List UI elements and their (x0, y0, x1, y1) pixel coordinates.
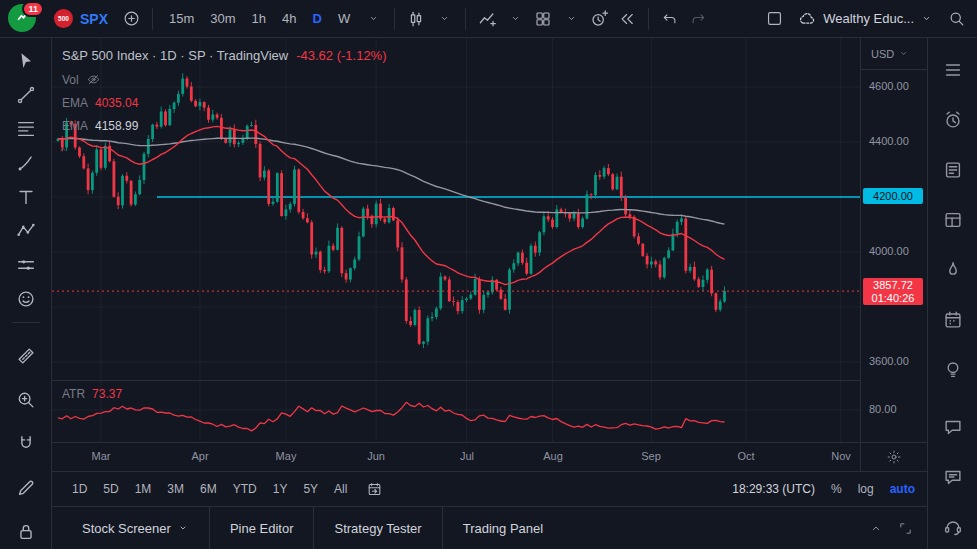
tool-brush[interactable] (8, 146, 44, 180)
maximize-panel-icon[interactable] (898, 521, 913, 536)
symbol-search-button[interactable]: 500 SPX (46, 9, 116, 28)
undo-icon[interactable] (657, 6, 683, 32)
timeframe-15m[interactable]: 15m (161, 6, 202, 32)
timeframe-4h[interactable]: 4h (274, 6, 304, 32)
time-axis[interactable]: MarAprMayJunJulAugSepOctNov (52, 442, 927, 471)
timeframe-dropdown-icon[interactable] (360, 6, 386, 32)
symbol-title-text[interactable]: S&P 500 Index · 1D · SP · TradingView (62, 48, 288, 63)
time-label-Jul: Jul (460, 450, 474, 462)
tool-magnet[interactable] (8, 427, 44, 461)
tool-xabcd-pattern[interactable] (8, 214, 44, 248)
hline-price-badge[interactable]: 4200.00 (863, 188, 923, 204)
square-icon[interactable] (761, 6, 787, 32)
tool-emoji[interactable] (8, 282, 44, 316)
clock[interactable]: 18:29:33 (UTC) (732, 482, 815, 496)
drawing-toolbar (0, 38, 52, 549)
open-panel-icon[interactable] (868, 520, 884, 536)
range-1D[interactable]: 1D (64, 479, 95, 499)
chart-type-dropdown-icon[interactable] (431, 6, 457, 32)
range-All[interactable]: All (326, 479, 355, 499)
percent-scale-button[interactable]: % (831, 482, 842, 496)
price-label: 4600.00 (869, 80, 909, 92)
last-price-badge: 3857.72 01:40:26 (863, 278, 923, 305)
tool-lock-all-drawings[interactable] (8, 515, 44, 549)
toolbar-divider (12, 322, 40, 323)
ema2-value: 4158.99 (95, 119, 138, 133)
sidebar-item-alerts[interactable] (935, 102, 971, 138)
tab-strategy-tester[interactable]: Strategy Tester (313, 507, 441, 549)
create-alert-icon[interactable] (586, 6, 612, 32)
bottom-tabs: Stock ScreenerPine EditorStrategy Tester… (62, 507, 563, 549)
range-buttons: 1D5D1M3M6MYTD1Y5YAll (64, 479, 355, 499)
range-5Y[interactable]: 5Y (295, 479, 326, 499)
indicators-dropdown-icon[interactable] (502, 6, 528, 32)
go-to-date-icon[interactable] (361, 476, 387, 502)
range-5D[interactable]: 5D (95, 479, 126, 499)
sidebar-item-public-chats[interactable] (935, 459, 971, 495)
timeframe-D[interactable]: D (305, 6, 330, 32)
tool-draw[interactable] (8, 471, 44, 505)
tab-pine-editor[interactable]: Pine Editor (209, 507, 314, 549)
layout-grid-icon[interactable] (530, 6, 556, 32)
sidebar-item-data-window[interactable] (935, 202, 971, 238)
timeframe-30m[interactable]: 30m (202, 6, 243, 32)
tool-long-short-position[interactable] (8, 248, 44, 282)
bar-replay-icon[interactable] (614, 6, 640, 32)
tab-stock-screener[interactable]: Stock Screener (62, 507, 209, 549)
app-logo[interactable]: 11 (8, 4, 40, 34)
notification-badge: 11 (22, 1, 44, 17)
layout-name-button[interactable]: Wealthy Educ... (791, 9, 939, 29)
sidebar-item-watchlist[interactable] (935, 52, 971, 88)
tradingview-app: 11 500 SPX 15m30m1h4hDW Wealthy Educ... (0, 0, 977, 549)
add-symbol-icon[interactable] (118, 6, 144, 32)
tab-trading-panel[interactable]: Trading Panel (442, 507, 563, 549)
timeframe-W[interactable]: W (330, 6, 358, 32)
tab-label: Pine Editor (230, 521, 294, 536)
tool-zoom-in[interactable] (8, 383, 44, 417)
chevron-up-icon (57, 143, 69, 155)
tool-fib-retracement[interactable] (8, 112, 44, 146)
ema2-label: EMA (62, 119, 88, 133)
timeframe-1h[interactable]: 1h (244, 6, 274, 32)
currency-selector[interactable]: USD (861, 38, 927, 70)
xabcd-icon (15, 220, 37, 242)
range-1Y[interactable]: 1Y (265, 479, 296, 499)
top-toolbar: 11 500 SPX 15m30m1h4hDW Wealthy Educ... (0, 0, 977, 38)
range-3M[interactable]: 3M (159, 479, 192, 499)
symbol-title-row: S&P 500 Index · 1D · SP · TradingView -4… (62, 48, 387, 63)
time-axis-labels[interactable]: MarAprMayJunJulAugSepOctNov (52, 443, 860, 471)
right-sidebar (927, 38, 977, 549)
sidebar-item-support[interactable] (935, 509, 971, 545)
tool-measure[interactable] (8, 339, 44, 373)
chart-settings-icon[interactable] (886, 449, 902, 465)
price-label: 4400.00 (869, 135, 909, 147)
sidebar-item-news[interactable] (935, 152, 971, 188)
redo-icon[interactable] (685, 6, 711, 32)
auto-scale-button[interactable]: auto (890, 482, 915, 496)
chart-panes[interactable]: S&P 500 Index · 1D · SP · TradingView -4… (52, 38, 860, 442)
price-axis[interactable]: USD 4200.00 3857.72 01:40:26 80.00 4600.… (860, 38, 927, 442)
tool-cursor[interactable] (8, 44, 44, 78)
caret-down-icon (898, 48, 909, 59)
collapse-legend-icon[interactable] (55, 141, 71, 157)
caret-down-icon (920, 12, 933, 25)
indicators-icon[interactable] (474, 6, 500, 32)
sidebar-item-calendar[interactable] (935, 302, 971, 338)
chart-column: S&P 500 Index · 1D · SP · TradingView -4… (52, 38, 927, 549)
search-icon[interactable] (943, 6, 969, 32)
tool-trend-line[interactable] (8, 78, 44, 112)
tool-text[interactable] (8, 180, 44, 214)
range-YTD[interactable]: YTD (225, 479, 265, 499)
range-1M[interactable]: 1M (127, 479, 160, 499)
sidebar-item-hotlists[interactable] (935, 252, 971, 288)
log-scale-button[interactable]: log (858, 482, 874, 496)
caret-down-icon (177, 522, 189, 534)
range-6M[interactable]: 6M (192, 479, 225, 499)
sidebar-item-ideas[interactable] (935, 352, 971, 388)
layout-dropdown-icon[interactable] (558, 6, 584, 32)
cursor-icon (15, 50, 37, 72)
sidebar-item-private-chats[interactable] (935, 409, 971, 445)
eye-hidden-icon[interactable] (86, 72, 101, 87)
chart-type-icon[interactable] (403, 6, 429, 32)
lock-icon (15, 521, 37, 543)
